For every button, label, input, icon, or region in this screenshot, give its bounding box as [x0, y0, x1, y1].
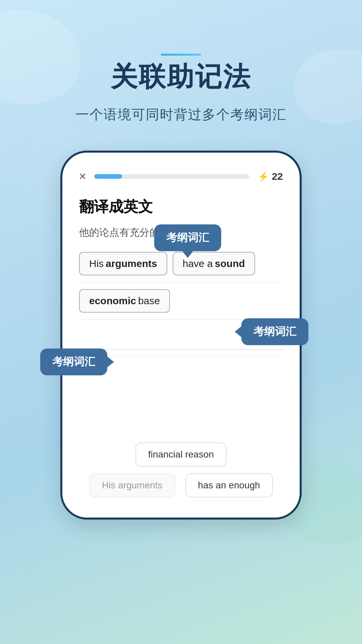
answer-part-his: His	[89, 258, 104, 269]
score-value: 22	[272, 171, 283, 182]
option-text-has-an-enough: has an enough	[198, 480, 260, 491]
option-row-2: His arguments has an enough	[79, 473, 283, 497]
phone-mockup: 考纲词汇 考纲词汇 考纲词汇 × ⚡ 22	[60, 151, 302, 520]
answer-row-2: economic base	[79, 289, 283, 313]
separator-1	[79, 282, 283, 282]
answer-chip-arguments: His arguments	[79, 252, 167, 275]
answer-bold-economic: economic	[89, 295, 136, 307]
progress-bar-background	[94, 174, 249, 179]
option-chip-his-arguments[interactable]: His arguments	[89, 473, 175, 497]
options-area: financial reason His arguments has an en…	[62, 436, 300, 518]
progress-bar-fill	[94, 174, 122, 179]
accent-underline	[161, 54, 201, 56]
option-text-his-arguments: His arguments	[102, 480, 163, 491]
page-content: 关联助记法 一个语境可同时背过多个考纲词汇 考纲词汇 考纲词汇 考纲词汇 ×	[0, 0, 362, 520]
subtitle: 一个语境可同时背过多个考纲词汇	[75, 105, 287, 124]
option-text-financial: financial reason	[148, 449, 214, 460]
answer-bold-arguments: arguments	[106, 258, 157, 269]
answer-part-base: base	[138, 295, 160, 307]
close-button[interactable]: ×	[79, 169, 86, 183]
option-row-1: financial reason	[79, 442, 283, 467]
option-chip-has-an-enough[interactable]: has an enough	[185, 473, 273, 497]
answer-bold-sound: sound	[215, 258, 245, 269]
lightning-icon: ⚡	[257, 171, 269, 182]
question-title: 翻译成英文	[79, 197, 283, 217]
top-bar: × ⚡ 22	[79, 169, 283, 183]
score-area: ⚡ 22	[257, 171, 283, 182]
main-title: 关联助记法	[111, 59, 251, 95]
tooltip-bubble-3: 考纲词汇	[40, 348, 107, 375]
answer-chip-economic: economic base	[79, 289, 170, 313]
option-chip-financial[interactable]: financial reason	[135, 442, 227, 467]
tooltip-bubble-2: 考纲词汇	[241, 318, 308, 345]
answer-part-have-a: have a	[183, 258, 213, 269]
answer-row-1: His arguments have a sound	[79, 252, 283, 275]
tooltip-bubble-1: 考纲词汇	[154, 224, 221, 251]
